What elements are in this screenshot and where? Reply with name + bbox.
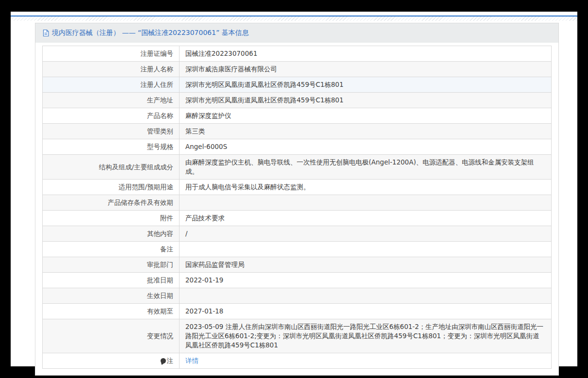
row-label-text: 产品储存条件及有效期 [108, 198, 173, 206]
row-value-text: Angel-6000S [185, 143, 227, 150]
row-value-text: 用于成人脑电信号采集以及麻醉状态监测。 [185, 183, 310, 191]
row-value: 深圳市威浩康医疗器械有限公司 [180, 62, 552, 77]
page-title: 境内医疗器械（注册） —— “国械注准20223070061” 基本信息 [52, 29, 249, 37]
row-label: 备注 [43, 242, 180, 257]
row-label: 审批部门 [43, 257, 180, 273]
table-row: 其他内容 / [43, 226, 552, 242]
row-value: 产品技术要求 [180, 211, 552, 226]
row-value-text: 2023-05-09 注册人住所由深圳市南山区西丽街道阳光一路阳光工业区6栋60… [185, 323, 543, 349]
row-value-text: 国家药品监督管理局 [185, 261, 245, 268]
table-row: 注 详情 [43, 353, 552, 369]
registration-info-table: 注册证编号 国械注准20223070061 注册人名称 深圳市威浩康医疗器械有限… [42, 46, 552, 369]
row-value: 麻醉深度监护仪 [180, 108, 552, 124]
row-value: 2027-01-18 [180, 304, 552, 319]
row-label: 适用范围/预期用途 [43, 180, 180, 195]
table-row: 备注 [43, 242, 552, 257]
row-value-text: 深圳市光明区凤凰街道凤凰社区侨凯路459号C1栋801 [185, 96, 343, 104]
row-label: 注册人名称 [43, 62, 180, 77]
row-label: 有效期至 [43, 304, 180, 319]
page: 境内医疗器械（注册） —— “国械注准20223070061” 基本信息 注册证… [11, 12, 577, 366]
details-link[interactable]: 详情 [185, 357, 198, 364]
row-value: 2023-05-09 注册人住所由深圳市南山区西丽街道阳光一路阳光工业区6栋60… [180, 319, 552, 353]
row-label-text: 有效期至 [147, 307, 173, 315]
row-label-text: 备注 [160, 245, 173, 253]
row-label-text: 附件 [160, 214, 173, 222]
row-label: 产品名称 [43, 108, 180, 124]
table-row: 适用范围/预期用途 用于成人脑电信号采集以及麻醉状态监测。 [43, 180, 552, 195]
row-label-text: 其他内容 [147, 230, 173, 237]
table-row: 审批部门 国家药品监督管理局 [43, 257, 552, 273]
row-value: / [180, 226, 552, 242]
row-value: 深圳市光明区凤凰街道凤凰社区侨凯路459号C1栋801 [180, 77, 552, 93]
card-header: 境内医疗器械（注册） —— “国械注准20223070061” 基本信息 [35, 23, 558, 43]
row-label-text: 生产地址 [147, 96, 173, 104]
row-label-text: 管理类别 [147, 127, 173, 135]
row-label: 注册人住所 [43, 77, 180, 93]
row-value [180, 288, 552, 304]
row-value: 深圳市光明区凤凰街道凤凰社区侨凯路459号C1栋801 [180, 93, 552, 108]
row-value-text: 2027-01-18 [185, 307, 223, 315]
row-value-text: 国械注准20223070061 [185, 49, 257, 57]
row-value-text: 深圳市威浩康医疗器械有限公司 [185, 65, 277, 73]
row-label: 注 [43, 353, 180, 369]
row-label: 变更情况 [43, 319, 180, 353]
row-value-text: 麻醉深度监护仪 [185, 112, 231, 119]
row-label-text: 批准日期 [147, 276, 173, 284]
row-label: 管理类别 [43, 124, 180, 139]
row-label: 批准日期 [43, 273, 180, 288]
table-row: 产品储存条件及有效期 [43, 195, 552, 211]
row-label-text: 审批部门 [147, 261, 173, 268]
document-icon [42, 29, 49, 37]
row-value-text: 2022-01-19 [185, 276, 223, 284]
row-value-text: / [185, 230, 188, 237]
row-label: 注册证编号 [43, 46, 180, 62]
table-row: 有效期至 2027-01-18 [43, 304, 552, 319]
row-value-text: 由麻醉深度监护仪主机、脑电导联线、一次性使用无创脑电电极(Angel-1200A… [185, 158, 534, 175]
table-row: 型号规格 Angel-6000S [43, 139, 552, 155]
table-row: 管理类别 第三类 [43, 124, 552, 139]
row-label-text: 生效日期 [147, 292, 173, 299]
row-value: 用于成人脑电信号采集以及麻醉状态监测。 [180, 180, 552, 195]
row-value: 国家药品监督管理局 [180, 257, 552, 273]
row-value-text: 第三类 [185, 127, 205, 135]
row-label-text: 注册证编号 [141, 49, 174, 57]
table-row: 注册人名称 深圳市威浩康医疗器械有限公司 [43, 62, 552, 77]
row-label-text: 注册人名称 [141, 65, 174, 73]
registration-info-card: 境内医疗器械（注册） —— “国械注准20223070061” 基本信息 注册证… [35, 23, 559, 376]
info-table-body: 注册证编号 国械注准20223070061 注册人名称 深圳市威浩康医疗器械有限… [43, 46, 552, 369]
row-label: 生效日期 [43, 288, 180, 304]
row-value: 详情 [180, 353, 552, 369]
table-row: 产品名称 麻醉深度监护仪 [43, 108, 552, 124]
row-value [180, 242, 552, 257]
table-row: 附件 产品技术要求 [43, 211, 552, 226]
row-value: 2022-01-19 [180, 273, 552, 288]
row-value: 由麻醉深度监护仪主机、脑电导联线、一次性使用无创脑电电极(Angel-1200A… [180, 155, 552, 180]
table-row: 注册人住所 深圳市光明区凤凰街道凤凰社区侨凯路459号C1栋801 [43, 77, 552, 93]
row-label: 附件 [43, 211, 180, 226]
row-value: 国械注准20223070061 [180, 46, 552, 62]
row-label: 结构及组成/主要组成成分 [43, 155, 180, 180]
note-icon [161, 358, 166, 363]
row-label-text: 变更情况 [147, 332, 173, 340]
card-body: 注册证编号 国械注准20223070061 注册人名称 深圳市威浩康医疗器械有限… [35, 43, 558, 375]
hatch-band [11, 16, 577, 21]
row-label-text: 型号规格 [147, 143, 173, 150]
table-row: 批准日期 2022-01-19 [43, 273, 552, 288]
row-value-text: 产品技术要求 [185, 214, 225, 222]
table-row: 生产地址 深圳市光明区凤凰街道凤凰社区侨凯路459号C1栋801 [43, 93, 552, 108]
row-value: Angel-6000S [180, 139, 552, 155]
table-row: 结构及组成/主要组成成分 由麻醉深度监护仪主机、脑电导联线、一次性使用无创脑电电… [43, 155, 552, 180]
row-label: 其他内容 [43, 226, 180, 242]
row-label-text: 结构及组成/主要组成成分 [99, 163, 173, 171]
row-label: 型号规格 [43, 139, 180, 155]
row-label-text: 注册人住所 [141, 81, 174, 88]
row-label-text: 注 [167, 357, 174, 364]
row-label: 产品储存条件及有效期 [43, 195, 180, 211]
row-value [180, 195, 552, 211]
row-label: 生产地址 [43, 93, 180, 108]
table-row: 变更情况 2023-05-09 注册人住所由深圳市南山区西丽街道阳光一路阳光工业… [43, 319, 552, 353]
row-label-text: 产品名称 [147, 112, 173, 119]
row-value-text: 深圳市光明区凤凰街道凤凰社区侨凯路459号C1栋801 [185, 81, 343, 88]
row-label-text: 适用范围/预期用途 [118, 183, 173, 191]
table-row: 生效日期 [43, 288, 552, 304]
